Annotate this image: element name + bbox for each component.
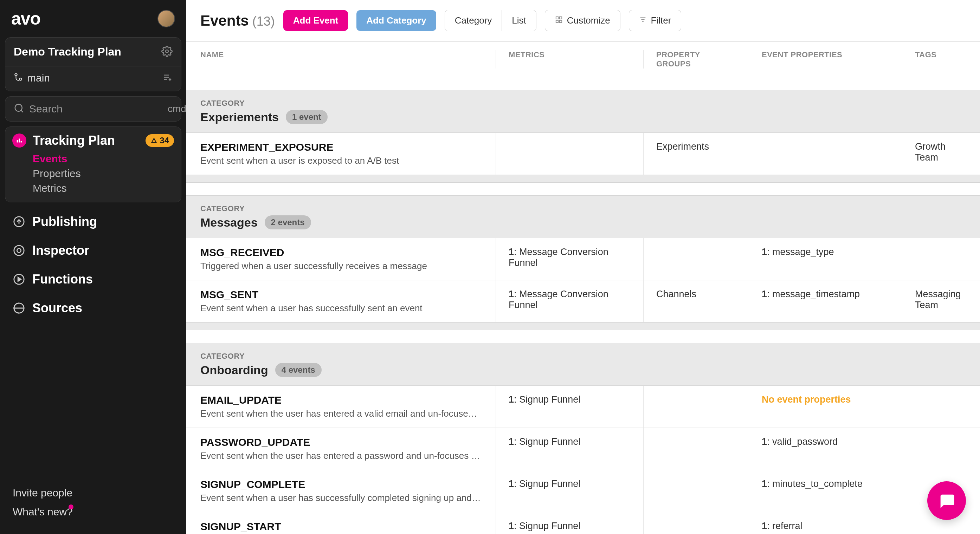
branch-name[interactable]: main [27, 72, 50, 84]
view-list-button[interactable]: List [501, 10, 536, 31]
event-name: MSG_RECEIVED [200, 246, 483, 259]
col-metrics: METRICS [496, 50, 643, 68]
event-metrics [496, 133, 643, 175]
invite-people-link[interactable]: Invite people [13, 483, 173, 502]
customize-button[interactable]: Customize [545, 10, 620, 31]
event-tags: Messaging Team [902, 280, 980, 322]
svg-rect-19 [560, 21, 562, 22]
category-header[interactable]: CATEGORYOnboarding4 events [186, 343, 980, 386]
svg-point-8 [15, 104, 22, 111]
add-event-button[interactable]: Add Event [283, 10, 348, 31]
category-block: CATEGORYExperiements1 eventEXPERIMENT_EX… [186, 90, 980, 183]
table-header: NAME METRICS PROPERTY GROUPS EVENT PROPE… [186, 41, 980, 77]
event-tags [902, 428, 980, 470]
whats-new-link[interactable]: What's new? [13, 502, 73, 521]
event-property-groups: Experiments [643, 133, 749, 175]
plan-name[interactable]: Demo Tracking Plan [14, 45, 121, 58]
search-input[interactable] [29, 103, 163, 115]
event-metrics: 1: Signup Funnel [496, 386, 643, 428]
event-row[interactable]: EXPERIMENT_EXPOSUREEvent sent when a use… [186, 133, 980, 175]
event-row[interactable]: MSG_RECEIVEDTriggered when a user succes… [186, 238, 980, 280]
event-property-groups [643, 386, 749, 428]
tracking-plan-title[interactable]: Tracking Plan [33, 133, 115, 148]
event-properties: 1: message_type [749, 238, 902, 280]
event-properties: 1: valid_password [749, 428, 902, 470]
category-block: CATEGORYMessages2 eventsMSG_RECEIVEDTrig… [186, 195, 980, 330]
category-block: CATEGORYOnboarding4 eventsEMAIL_UPDATEEv… [186, 343, 980, 534]
event-row[interactable]: SIGNUP_COMPLETEEvent sent when a user ha… [186, 470, 980, 512]
customize-icon [555, 15, 563, 26]
logo[interactable]: avo [11, 8, 40, 29]
event-row[interactable]: EMAIL_UPDATEEvent sent when the user has… [186, 386, 980, 428]
event-description: Event sent when a user is exposed to an … [200, 155, 482, 166]
nav-sources[interactable]: Sources [5, 294, 181, 323]
event-description: Event sent when the user has entered a v… [200, 408, 482, 419]
subnav-metrics[interactable]: Metrics [33, 182, 174, 194]
col-name: NAME [186, 50, 496, 68]
new-branch-icon[interactable] [162, 72, 173, 84]
svg-point-2 [19, 78, 22, 81]
event-count-pill: 2 events [265, 215, 311, 229]
search-icon [14, 103, 24, 115]
event-metrics: 1: Signup Funnel [496, 470, 643, 512]
subnav-events[interactable]: Events [33, 153, 174, 165]
plan-card: Demo Tracking Plan main [5, 37, 181, 91]
svg-marker-14 [18, 277, 21, 281]
event-tags [902, 386, 980, 428]
col-property-groups: PROPERTY GROUPS [643, 50, 749, 68]
event-row[interactable]: PASSWORD_UPDATEEvent sent when the user … [186, 428, 980, 470]
event-row[interactable]: SIGNUP_STARTSent when the user enters th… [186, 512, 980, 534]
event-properties: 1: referral [749, 512, 902, 534]
event-description: Event sent when a user has successfully … [200, 303, 482, 314]
tracking-plan-icon [12, 134, 26, 148]
chat-fab[interactable] [927, 481, 966, 520]
avatar[interactable] [158, 10, 175, 27]
subnav-properties[interactable]: Properties [33, 168, 174, 180]
event-name: EXPERIMENT_EXPOSURE [200, 141, 483, 153]
event-property-groups [643, 238, 749, 280]
target-icon [13, 244, 25, 257]
search-box[interactable]: cmd+f [5, 96, 181, 122]
svg-point-12 [17, 248, 21, 252]
svg-point-11 [14, 246, 24, 256]
event-property-groups [643, 512, 749, 534]
svg-rect-16 [556, 17, 558, 19]
upload-icon [13, 215, 25, 228]
event-metrics: 1: Signup Funnel [496, 512, 643, 534]
gear-icon[interactable] [161, 46, 173, 58]
nav-functions[interactable]: Functions [5, 265, 181, 294]
event-name: MSG_SENT [200, 289, 483, 301]
event-name: SIGNUP_START [200, 521, 483, 532]
filter-button[interactable]: Filter [629, 10, 682, 31]
event-tags [902, 238, 980, 280]
event-property-groups [643, 428, 749, 470]
event-property-groups [643, 470, 749, 512]
svg-line-9 [21, 110, 23, 112]
add-category-button[interactable]: Add Category [356, 10, 436, 31]
col-event-properties: EVENT PROPERTIES [749, 50, 902, 68]
branch-icon [14, 72, 23, 84]
category-header[interactable]: CATEGORYMessages2 events [186, 195, 980, 238]
svg-rect-18 [556, 21, 558, 22]
toolbar: Events (13) Add Event Add Category Categ… [186, 0, 980, 41]
warning-badge[interactable]: 34 [146, 134, 174, 147]
event-properties [749, 133, 902, 175]
event-properties: No event properties [749, 386, 902, 428]
play-icon [13, 273, 25, 286]
filter-icon [639, 15, 647, 26]
view-toggle: Category List [445, 10, 536, 31]
event-name: SIGNUP_COMPLETE [200, 478, 483, 490]
event-name: PASSWORD_UPDATE [200, 436, 483, 448]
event-properties: 1: message_timestamp [749, 280, 902, 322]
page-title: Events (13) [200, 12, 275, 29]
event-metrics: 1: Message Conversion Funnel [496, 238, 643, 280]
category-footer [186, 323, 980, 330]
event-name: EMAIL_UPDATE [200, 394, 483, 406]
nav-publishing[interactable]: Publishing [5, 207, 181, 236]
view-category-button[interactable]: Category [445, 10, 502, 31]
event-row[interactable]: MSG_SENTEvent sent when a user has succe… [186, 280, 980, 323]
nav-inspector[interactable]: Inspector [5, 236, 181, 265]
category-header[interactable]: CATEGORYExperiements1 event [186, 90, 980, 133]
notification-dot-icon [68, 504, 73, 509]
event-metrics: 1: Signup Funnel [496, 428, 643, 470]
